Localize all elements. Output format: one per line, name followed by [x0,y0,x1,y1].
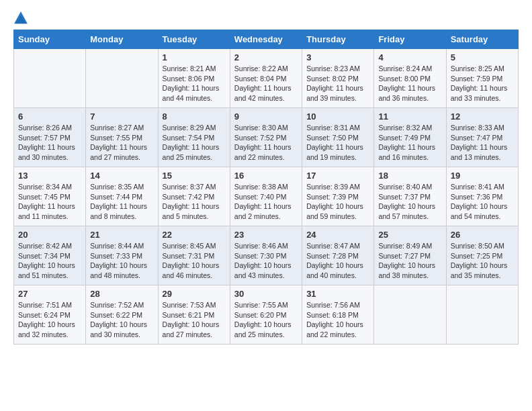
day-info: Sunrise: 8:38 AMSunset: 7:40 PMDaylight:… [234,182,298,222]
day-header-wednesday: Wednesday [230,30,302,49]
day-info: Sunrise: 8:25 AMSunset: 7:59 PMDaylight:… [451,64,514,103]
day-info: Sunrise: 8:26 AMSunset: 7:57 PMDaylight:… [18,123,81,163]
day-number: 20 [18,230,81,240]
table-row [446,285,518,345]
day-number: 22 [163,230,226,240]
day-number: 14 [90,171,153,181]
day-info: Sunrise: 7:56 AMSunset: 6:18 PMDaylight:… [306,300,369,340]
day-number: 31 [306,289,369,299]
day-number: 24 [306,230,369,240]
calendar-table: SundayMondayTuesdayWednesdayThursdayFrid… [13,30,519,345]
table-row: 12Sunrise: 8:33 AMSunset: 7:47 PMDayligh… [446,108,518,167]
table-row: 19Sunrise: 8:41 AMSunset: 7:36 PMDayligh… [446,167,518,226]
day-info: Sunrise: 8:39 AMSunset: 7:39 PMDaylight:… [306,182,369,222]
calendar-week-4: 20Sunrise: 8:42 AMSunset: 7:34 PMDayligh… [14,226,519,285]
day-number: 8 [163,111,226,122]
day-info: Sunrise: 8:44 AMSunset: 7:33 PMDaylight:… [90,241,153,281]
table-row: 24Sunrise: 8:47 AMSunset: 7:28 PMDayligh… [302,226,374,285]
table-row: 30Sunrise: 7:55 AMSunset: 6:20 PMDayligh… [230,285,302,345]
day-header-monday: Monday [86,30,158,49]
table-row: 16Sunrise: 8:38 AMSunset: 7:40 PMDayligh… [230,167,302,226]
day-number: 19 [451,171,514,181]
day-info: Sunrise: 8:21 AMSunset: 8:06 PMDaylight:… [163,64,226,103]
table-row: 15Sunrise: 8:37 AMSunset: 7:42 PMDayligh… [158,167,230,226]
table-row: 17Sunrise: 8:39 AMSunset: 7:39 PMDayligh… [302,167,374,226]
calendar-week-3: 13Sunrise: 8:34 AMSunset: 7:45 PMDayligh… [14,167,519,226]
day-info: Sunrise: 8:33 AMSunset: 7:47 PMDaylight:… [451,123,514,163]
day-info: Sunrise: 8:49 AMSunset: 7:27 PMDaylight:… [378,241,441,281]
table-row: 23Sunrise: 8:46 AMSunset: 7:30 PMDayligh… [230,226,302,285]
day-number: 23 [234,230,298,240]
calendar-week-1: 1Sunrise: 8:21 AMSunset: 8:06 PMDaylight… [14,49,519,108]
table-row: 7Sunrise: 8:27 AMSunset: 7:55 PMDaylight… [86,108,158,167]
day-number: 5 [451,52,514,62]
table-row: 6Sunrise: 8:26 AMSunset: 7:57 PMDaylight… [14,108,86,167]
day-info: Sunrise: 8:42 AMSunset: 7:34 PMDaylight:… [18,241,81,281]
day-info: Sunrise: 8:41 AMSunset: 7:36 PMDaylight:… [451,182,514,222]
day-header-sunday: Sunday [14,30,86,49]
calendar-body: 1Sunrise: 8:21 AMSunset: 8:06 PMDaylight… [14,49,519,345]
header-area [13,11,519,26]
day-info: Sunrise: 8:35 AMSunset: 7:44 PMDaylight:… [90,182,153,222]
day-header-thursday: Thursday [302,30,374,49]
day-info: Sunrise: 8:29 AMSunset: 7:54 PMDaylight:… [163,123,226,163]
day-number: 29 [163,289,226,299]
day-number: 11 [378,111,441,122]
day-number: 4 [378,52,441,62]
day-info: Sunrise: 7:51 AMSunset: 6:24 PMDaylight:… [18,300,81,340]
logo-icon [13,11,28,26]
calendar-week-5: 27Sunrise: 7:51 AMSunset: 6:24 PMDayligh… [14,285,519,345]
day-header-saturday: Saturday [446,30,518,49]
day-info: Sunrise: 8:40 AMSunset: 7:37 PMDaylight:… [378,182,441,222]
day-number: 15 [163,171,226,181]
day-header-tuesday: Tuesday [158,30,230,49]
day-info: Sunrise: 7:55 AMSunset: 6:20 PMDaylight:… [234,300,298,340]
day-number: 16 [234,171,298,181]
table-row [14,49,86,108]
table-row: 18Sunrise: 8:40 AMSunset: 7:37 PMDayligh… [374,167,446,226]
day-info: Sunrise: 8:45 AMSunset: 7:31 PMDaylight:… [163,241,226,281]
day-info: Sunrise: 8:47 AMSunset: 7:28 PMDaylight:… [306,241,369,281]
table-row: 3Sunrise: 8:23 AMSunset: 8:02 PMDaylight… [302,49,374,108]
day-number: 6 [18,111,81,122]
day-info: Sunrise: 8:24 AMSunset: 8:00 PMDaylight:… [378,64,441,103]
table-row: 14Sunrise: 8:35 AMSunset: 7:44 PMDayligh… [86,167,158,226]
day-number: 18 [378,171,441,181]
day-header-friday: Friday [374,30,446,49]
day-info: Sunrise: 8:31 AMSunset: 7:50 PMDaylight:… [306,123,369,163]
table-row: 26Sunrise: 8:50 AMSunset: 7:25 PMDayligh… [446,226,518,285]
day-number: 3 [306,52,369,62]
day-info: Sunrise: 8:22 AMSunset: 8:04 PMDaylight:… [234,64,298,103]
table-row: 9Sunrise: 8:30 AMSunset: 7:52 PMDaylight… [230,108,302,167]
table-row [374,285,446,345]
day-number: 21 [90,230,153,240]
days-row: SundayMondayTuesdayWednesdayThursdayFrid… [14,30,519,49]
calendar-week-2: 6Sunrise: 8:26 AMSunset: 7:57 PMDaylight… [14,108,519,167]
table-row: 4Sunrise: 8:24 AMSunset: 8:00 PMDaylight… [374,49,446,108]
day-info: Sunrise: 8:34 AMSunset: 7:45 PMDaylight:… [18,182,81,222]
day-number: 26 [451,230,514,240]
day-number: 2 [234,52,298,62]
day-number: 10 [306,111,369,122]
table-row [86,49,158,108]
day-info: Sunrise: 8:46 AMSunset: 7:30 PMDaylight:… [234,241,298,281]
day-number: 9 [234,111,298,122]
day-number: 7 [90,111,153,122]
day-info: Sunrise: 7:52 AMSunset: 6:22 PMDaylight:… [90,300,153,340]
table-row: 20Sunrise: 8:42 AMSunset: 7:34 PMDayligh… [14,226,86,285]
day-number: 12 [451,111,514,122]
day-info: Sunrise: 8:32 AMSunset: 7:49 PMDaylight:… [378,123,441,163]
day-info: Sunrise: 7:53 AMSunset: 6:21 PMDaylight:… [163,300,226,340]
table-row: 29Sunrise: 7:53 AMSunset: 6:21 PMDayligh… [158,285,230,345]
day-number: 17 [306,171,369,181]
calendar-header: SundayMondayTuesdayWednesdayThursdayFrid… [14,30,519,49]
day-number: 1 [163,52,226,62]
day-info: Sunrise: 8:37 AMSunset: 7:42 PMDaylight:… [163,182,226,222]
table-row: 11Sunrise: 8:32 AMSunset: 7:49 PMDayligh… [374,108,446,167]
table-row: 25Sunrise: 8:49 AMSunset: 7:27 PMDayligh… [374,226,446,285]
table-row: 13Sunrise: 8:34 AMSunset: 7:45 PMDayligh… [14,167,86,226]
table-row: 1Sunrise: 8:21 AMSunset: 8:06 PMDaylight… [158,49,230,108]
day-info: Sunrise: 8:23 AMSunset: 8:02 PMDaylight:… [306,64,369,103]
day-number: 28 [90,289,153,299]
table-row: 2Sunrise: 8:22 AMSunset: 8:04 PMDaylight… [230,49,302,108]
